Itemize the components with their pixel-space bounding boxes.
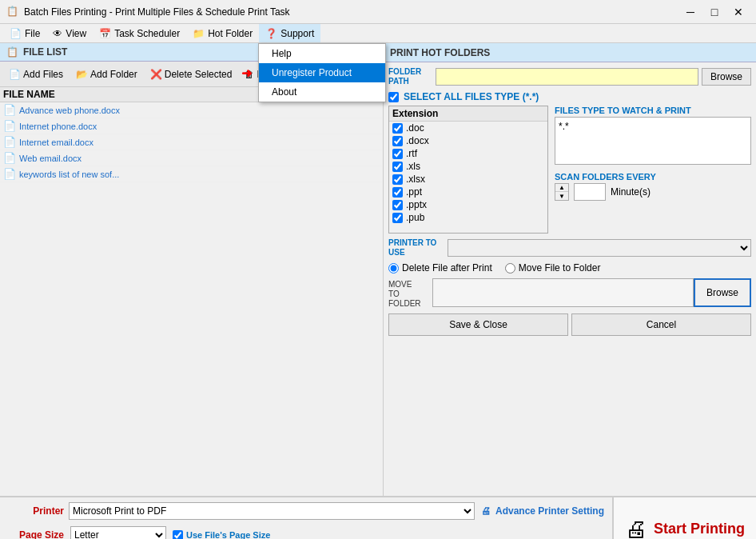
main-container: 📋 FILE LIST 📄 Add Files 📂 Add Folder ❌ D… — [0, 43, 756, 496]
delete-selected-button[interactable]: ❌ Delete Selected — [145, 66, 238, 83]
ext-item-doc[interactable]: .doc — [389, 122, 547, 134]
use-file-page-size-checkbox[interactable] — [173, 530, 183, 540]
col-file-name: FILE NAME — [3, 89, 300, 100]
radio-delete-input[interactable] — [388, 263, 399, 273]
start-printing-area: 🖨 Start Printing — [612, 497, 756, 539]
menu-unregister[interactable]: ➜ Unregister Product — [259, 63, 385, 82]
start-printing-icon: 🖨 — [625, 516, 647, 540]
file-row[interactable]: 📄 Internet phone.docx — [0, 118, 383, 134]
file-doc-icon: 📄 — [3, 104, 16, 116]
ext-item-pptx[interactable]: .pptx — [389, 198, 547, 211]
ext-pptx-checkbox[interactable] — [392, 200, 403, 210]
file-list-icon: 📋 — [6, 46, 18, 58]
scan-value-input[interactable]: 1 — [574, 183, 606, 201]
save-close-button[interactable]: Save & Close — [388, 313, 568, 336]
cancel-button[interactable]: Cancel — [571, 313, 751, 336]
ext-item-xlsx[interactable]: .xlsx — [389, 173, 547, 186]
page-size-select[interactable]: Letter — [70, 526, 166, 539]
menu-file[interactable]: 📄 File — [3, 24, 46, 42]
folder-path-row: FOLDERPATH Browse — [388, 67, 751, 86]
hot-folder-icon: 📁 — [193, 28, 205, 39]
ext-xlsx-checkbox[interactable] — [392, 174, 403, 185]
printer-select[interactable]: Microsoft Print to PDF — [69, 502, 475, 520]
spin-down-button[interactable]: ▼ — [555, 192, 568, 200]
menu-view[interactable]: 👁 View — [46, 24, 93, 42]
minimize-button[interactable]: ─ — [679, 4, 702, 20]
radio-move-to-folder[interactable]: Move File to Folder — [505, 262, 601, 273]
ext-rtf-checkbox[interactable] — [392, 149, 403, 159]
advance-printer-icon: 🖨 — [481, 505, 491, 517]
add-folder-button[interactable]: 📂 Add Folder — [70, 66, 143, 83]
close-button[interactable]: ✕ — [727, 4, 750, 20]
radio-move-input[interactable] — [505, 263, 515, 273]
radio-row: Delete File after Print Move File to Fol… — [388, 262, 751, 273]
ext-pub-label: .pub — [406, 212, 424, 223]
move-to-folder-label: MOVETOFOLDER — [388, 278, 432, 309]
spin-up-button[interactable]: ▲ — [555, 184, 568, 192]
menu-task-scheduler[interactable]: 📅 Task Scheduler — [93, 24, 186, 42]
advance-printer-button[interactable]: 🖨 Advance Printer Setting — [481, 505, 604, 517]
menu-about[interactable]: About — [259, 82, 385, 102]
ext-item-pub[interactable]: .pub — [389, 211, 547, 224]
page-size-row: Page Size Letter Use File's Page Size — [8, 526, 604, 539]
file-row[interactable]: 📄 Web email.docx — [0, 150, 383, 166]
file-type-content: Extension .doc .docx .rtf — [388, 106, 751, 234]
select-all-checkbox[interactable] — [388, 92, 399, 102]
ext-xlsx-label: .xlsx — [406, 174, 425, 185]
file-type-header: SELECT ALL FILES TYPE (*.*) — [388, 91, 751, 102]
add-files-label: Add Files — [23, 69, 63, 80]
move-to-folder-input[interactable] — [432, 278, 694, 307]
folder-path-input[interactable] — [436, 68, 698, 86]
ext-docx-checkbox[interactable] — [392, 136, 403, 146]
printer-to-use-select[interactable] — [448, 239, 751, 257]
move-to-folder-browse-button[interactable]: Browse — [694, 278, 751, 307]
menu-hot-folder[interactable]: 📁 Hot Folder — [186, 24, 259, 42]
folder-browse-button[interactable]: Browse — [702, 68, 751, 86]
use-file-page-size-check[interactable]: Use File's Page Size — [173, 530, 270, 540]
file-doc-icon: 📄 — [3, 120, 16, 132]
menu-support[interactable]: ❓ Support — [259, 24, 320, 42]
ext-xls-checkbox[interactable] — [392, 162, 403, 172]
hot-folders-title: PRINT HOT FOLDERS — [390, 47, 490, 58]
ext-item-rtf[interactable]: .rtf — [389, 147, 547, 160]
radio-delete-after-print[interactable]: Delete File after Print — [388, 262, 492, 273]
ext-pub-checkbox[interactable] — [392, 213, 403, 223]
ext-item-ppt[interactable]: .ppt — [389, 186, 547, 198]
scan-spinner[interactable]: ▲ ▼ — [555, 183, 569, 201]
printer-selector-wrapper: Printer Microsoft Print to PDF — [8, 502, 475, 520]
menu-task-scheduler-label: Task Scheduler — [114, 28, 180, 39]
menu-hot-folder-label: Hot Folder — [208, 28, 253, 39]
file-name: Internet phone.docx — [19, 122, 380, 131]
add-files-button[interactable]: 📄 Add Files — [3, 66, 69, 83]
file-row[interactable]: 📄 Advance web phone.docx — [0, 102, 383, 118]
view-icon: 👁 — [53, 28, 62, 39]
file-doc-icon: 📄 — [3, 168, 16, 180]
ext-docx-label: .docx — [406, 135, 429, 146]
start-printing-button[interactable]: 🖨 Start Printing — [625, 516, 745, 540]
ext-xls-label: .xls — [406, 161, 420, 172]
menu-help[interactable]: Help — [259, 44, 385, 63]
ext-ppt-label: .ppt — [406, 186, 422, 198]
file-row[interactable]: 📄 Internet email.docx — [0, 134, 383, 150]
add-folder-label: Add Folder — [90, 69, 137, 80]
support-dropdown: Help ➜ Unregister Product About — [258, 43, 386, 102]
files-type-watch-input[interactable]: *.* — [555, 117, 751, 165]
ext-ppt-checkbox[interactable] — [392, 187, 403, 198]
radio-move-label: Move File to Folder — [519, 262, 601, 273]
task-scheduler-icon: 📅 — [99, 28, 111, 39]
menu-bar: 📄 File 👁 View 📅 Task Scheduler 📁 Hot Fol… — [0, 24, 756, 43]
window-controls: ─ □ ✕ — [679, 4, 750, 20]
file-row[interactable]: 📄 keywords list of new sof... — [0, 166, 383, 182]
ext-item-docx[interactable]: .docx — [389, 134, 547, 147]
delete-selected-label: Delete Selected — [165, 69, 233, 80]
arrow-icon: ➜ — [241, 66, 252, 81]
bottom-bar: Printer Microsoft Print to PDF 🖨 Advance… — [0, 496, 756, 539]
printer-to-use-label: PRINTER TOUSE — [388, 238, 444, 258]
ext-doc-checkbox[interactable] — [392, 123, 403, 134]
maximize-button[interactable]: □ — [703, 4, 726, 20]
file-name: Web email.docx — [19, 154, 380, 163]
file-list-title: FILE LIST — [23, 46, 67, 58]
printer-to-use-row: PRINTER TOUSE — [388, 238, 751, 258]
ext-item-xls[interactable]: .xls — [389, 160, 547, 173]
unregister-label: Unregister Product — [272, 67, 352, 78]
